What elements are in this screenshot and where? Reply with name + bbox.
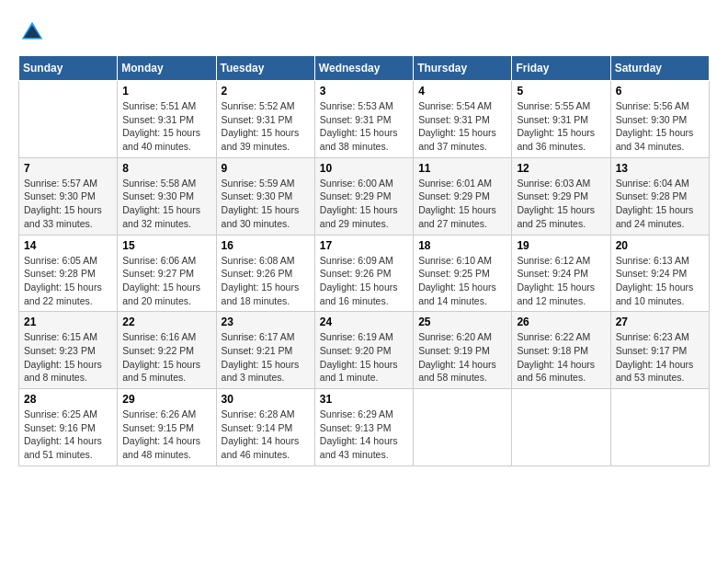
weekday-header: Thursday — [414, 56, 512, 81]
day-number: 2 — [222, 85, 310, 98]
weekday-header: Wednesday — [314, 56, 413, 81]
day-number: 18 — [418, 239, 506, 252]
calendar-cell: 14Sunrise: 6:05 AM Sunset: 9:28 PM Dayli… — [19, 235, 118, 312]
day-info: Sunrise: 6:04 AM Sunset: 9:28 PM Dayligh… — [616, 177, 704, 231]
day-number: 31 — [320, 393, 408, 406]
day-number: 14 — [24, 239, 112, 252]
day-info: Sunrise: 5:52 AM Sunset: 9:31 PM Dayligh… — [222, 99, 310, 154]
day-number: 5 — [517, 85, 605, 98]
day-info: Sunrise: 5:59 AM Sunset: 9:30 PM Dayligh… — [222, 177, 310, 231]
calendar-cell: 31Sunrise: 6:29 AM Sunset: 9:13 PM Dayli… — [314, 389, 413, 466]
day-number: 3 — [320, 85, 408, 98]
weekday-header: Friday — [512, 56, 610, 81]
calendar-cell: 23Sunrise: 6:17 AM Sunset: 9:21 PM Dayli… — [216, 312, 314, 389]
calendar-cell: 8Sunrise: 5:58 AM Sunset: 9:30 PM Daylig… — [118, 157, 216, 235]
day-number: 20 — [616, 239, 704, 252]
day-number: 19 — [517, 239, 605, 252]
calendar-cell: 6Sunrise: 5:56 AM Sunset: 9:30 PM Daylig… — [610, 81, 709, 158]
day-number: 22 — [122, 316, 210, 328]
day-number: 29 — [122, 393, 210, 406]
day-number: 21 — [24, 316, 112, 328]
calendar-cell: 12Sunrise: 6:03 AM Sunset: 9:29 PM Dayli… — [512, 157, 610, 235]
calendar-cell: 15Sunrise: 6:06 AM Sunset: 9:27 PM Dayli… — [118, 235, 216, 312]
day-number: 17 — [320, 239, 408, 252]
day-number: 15 — [122, 239, 210, 252]
day-info: Sunrise: 6:06 AM Sunset: 9:27 PM Dayligh… — [122, 254, 210, 308]
day-number: 25 — [418, 316, 506, 328]
calendar-cell: 3Sunrise: 5:53 AM Sunset: 9:31 PM Daylig… — [314, 81, 413, 158]
weekday-header: Monday — [118, 56, 216, 81]
day-info: Sunrise: 6:16 AM Sunset: 9:22 PM Dayligh… — [122, 330, 210, 385]
calendar-cell: 17Sunrise: 6:09 AM Sunset: 9:26 PM Dayli… — [314, 235, 413, 312]
day-info: Sunrise: 6:23 AM Sunset: 9:17 PM Dayligh… — [616, 330, 704, 385]
day-info: Sunrise: 6:09 AM Sunset: 9:26 PM Dayligh… — [320, 254, 408, 308]
day-info: Sunrise: 6:25 AM Sunset: 9:16 PM Dayligh… — [24, 408, 112, 462]
day-number: 26 — [517, 316, 605, 328]
calendar-cell: 28Sunrise: 6:25 AM Sunset: 9:16 PM Dayli… — [19, 389, 118, 466]
calendar-cell: 7Sunrise: 5:57 AM Sunset: 9:30 PM Daylig… — [19, 157, 118, 235]
calendar-cell: 25Sunrise: 6:20 AM Sunset: 9:19 PM Dayli… — [414, 312, 512, 389]
day-info: Sunrise: 6:10 AM Sunset: 9:25 PM Dayligh… — [418, 254, 506, 308]
day-number: 9 — [222, 162, 310, 175]
day-number: 12 — [517, 162, 605, 175]
calendar-cell — [610, 389, 709, 466]
day-info: Sunrise: 6:22 AM Sunset: 9:18 PM Dayligh… — [517, 330, 605, 385]
calendar-cell — [512, 389, 610, 466]
day-info: Sunrise: 5:53 AM Sunset: 9:31 PM Dayligh… — [320, 99, 408, 154]
day-info: Sunrise: 6:01 AM Sunset: 9:29 PM Dayligh… — [418, 177, 506, 231]
day-info: Sunrise: 5:57 AM Sunset: 9:30 PM Dayligh… — [24, 177, 112, 231]
weekday-header: Tuesday — [216, 56, 314, 81]
day-number: 7 — [24, 162, 112, 175]
calendar-cell: 27Sunrise: 6:23 AM Sunset: 9:17 PM Dayli… — [610, 312, 709, 389]
calendar-week-row: 14Sunrise: 6:05 AM Sunset: 9:28 PM Dayli… — [19, 235, 710, 312]
calendar-cell: 24Sunrise: 6:19 AM Sunset: 9:20 PM Dayli… — [314, 312, 413, 389]
calendar-cell: 22Sunrise: 6:16 AM Sunset: 9:22 PM Dayli… — [118, 312, 216, 389]
calendar-table: SundayMondayTuesdayWednesdayThursdayFrid… — [18, 55, 710, 466]
calendar-cell: 30Sunrise: 6:28 AM Sunset: 9:14 PM Dayli… — [216, 389, 314, 466]
calendar-cell: 18Sunrise: 6:10 AM Sunset: 9:25 PM Dayli… — [414, 235, 512, 312]
day-info: Sunrise: 6:15 AM Sunset: 9:23 PM Dayligh… — [24, 330, 112, 385]
day-info: Sunrise: 6:12 AM Sunset: 9:24 PM Dayligh… — [517, 254, 605, 308]
day-number: 24 — [320, 316, 408, 328]
calendar-cell — [19, 81, 118, 158]
weekday-header: Saturday — [610, 56, 709, 81]
day-number: 10 — [320, 162, 408, 175]
day-number: 28 — [24, 393, 112, 406]
logo — [18, 18, 50, 46]
day-info: Sunrise: 6:20 AM Sunset: 9:19 PM Dayligh… — [418, 330, 506, 385]
calendar-cell: 21Sunrise: 6:15 AM Sunset: 9:23 PM Dayli… — [19, 312, 118, 389]
day-number: 16 — [222, 239, 310, 252]
day-info: Sunrise: 5:55 AM Sunset: 9:31 PM Dayligh… — [517, 99, 605, 154]
day-number: 23 — [222, 316, 310, 328]
calendar-header-row: SundayMondayTuesdayWednesdayThursdayFrid… — [19, 56, 710, 81]
calendar-cell: 13Sunrise: 6:04 AM Sunset: 9:28 PM Dayli… — [610, 157, 709, 235]
calendar-cell: 9Sunrise: 5:59 AM Sunset: 9:30 PM Daylig… — [216, 157, 314, 235]
day-number: 30 — [222, 393, 310, 406]
day-number: 1 — [122, 85, 210, 98]
logo-icon — [18, 18, 46, 46]
day-info: Sunrise: 5:58 AM Sunset: 9:30 PM Dayligh… — [122, 177, 210, 231]
day-info: Sunrise: 6:17 AM Sunset: 9:21 PM Dayligh… — [222, 330, 310, 385]
day-number: 27 — [616, 316, 704, 328]
calendar-cell: 16Sunrise: 6:08 AM Sunset: 9:26 PM Dayli… — [216, 235, 314, 312]
day-info: Sunrise: 6:29 AM Sunset: 9:13 PM Dayligh… — [320, 408, 408, 462]
calendar-cell — [414, 389, 512, 466]
calendar-week-row: 21Sunrise: 6:15 AM Sunset: 9:23 PM Dayli… — [19, 312, 710, 389]
calendar-cell: 19Sunrise: 6:12 AM Sunset: 9:24 PM Dayli… — [512, 235, 610, 312]
day-info: Sunrise: 6:05 AM Sunset: 9:28 PM Dayligh… — [24, 254, 112, 308]
calendar-week-row: 7Sunrise: 5:57 AM Sunset: 9:30 PM Daylig… — [19, 157, 710, 235]
page-header — [18, 18, 710, 46]
calendar-week-row: 1Sunrise: 5:51 AM Sunset: 9:31 PM Daylig… — [19, 81, 710, 158]
day-info: Sunrise: 6:26 AM Sunset: 9:15 PM Dayligh… — [122, 408, 210, 462]
day-number: 8 — [122, 162, 210, 175]
calendar-week-row: 28Sunrise: 6:25 AM Sunset: 9:16 PM Dayli… — [19, 389, 710, 466]
calendar-cell: 4Sunrise: 5:54 AM Sunset: 9:31 PM Daylig… — [414, 81, 512, 158]
calendar-cell: 10Sunrise: 6:00 AM Sunset: 9:29 PM Dayli… — [314, 157, 413, 235]
calendar-cell: 1Sunrise: 5:51 AM Sunset: 9:31 PM Daylig… — [118, 81, 216, 158]
day-info: Sunrise: 6:19 AM Sunset: 9:20 PM Dayligh… — [320, 330, 408, 385]
day-info: Sunrise: 5:54 AM Sunset: 9:31 PM Dayligh… — [418, 99, 506, 154]
day-info: Sunrise: 6:08 AM Sunset: 9:26 PM Dayligh… — [222, 254, 310, 308]
day-number: 6 — [616, 85, 704, 98]
calendar-cell: 2Sunrise: 5:52 AM Sunset: 9:31 PM Daylig… — [216, 81, 314, 158]
day-info: Sunrise: 5:56 AM Sunset: 9:30 PM Dayligh… — [616, 99, 704, 154]
